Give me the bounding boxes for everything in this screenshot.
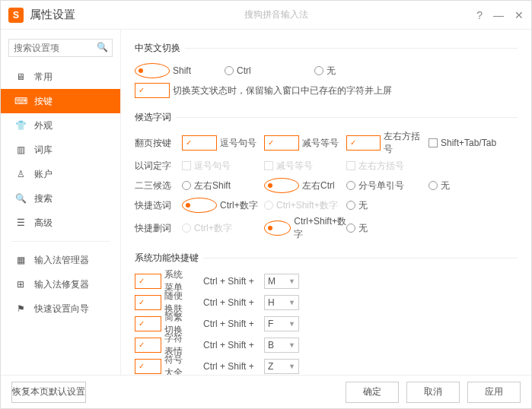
radio-qsel-ctrl-num[interactable]: Ctrl+数字 — [182, 198, 264, 213]
radio-qdel-ctrl-shift-num[interactable]: Ctrl+Shift+数字 — [264, 215, 346, 241]
radio-lr-ctrl[interactable]: 左右Ctrl — [264, 178, 346, 193]
search-icon[interactable]: 🔍 — [97, 42, 108, 52]
select-symbols-key[interactable]: Z▼ — [264, 359, 299, 374]
sliders-icon: ☰ — [14, 217, 27, 228]
label-quick-select: 快捷选词 — [135, 199, 174, 212]
close-icon[interactable]: ✕ — [514, 9, 524, 21]
grid-icon: ▦ — [14, 255, 27, 265]
chevron-down-icon: ▼ — [288, 320, 295, 328]
check-keep-chars[interactable]: 切换英文状态时，保留输入窗口中已存在的字符并上屏 — [135, 83, 392, 98]
label-quick-delete: 快捷删词 — [135, 222, 174, 235]
sidebar-item-label: 搜索 — [34, 192, 53, 205]
help-icon[interactable]: ? — [476, 9, 483, 21]
section-en-cn: 中英文切换 — [135, 42, 518, 55]
sidebar-item-label: 高级 — [34, 217, 53, 230]
sidebar-item-label: 快速设置向导 — [34, 303, 89, 315]
sidebar-item-label: 账户 — [34, 168, 53, 181]
sidebar-item-label: 按键 — [34, 95, 53, 108]
section-shortcuts: 系统功能快捷键 — [135, 252, 518, 265]
radio-qdel-ctrl-num: Ctrl+数字 — [182, 215, 264, 241]
keyboard-icon: ⌨ — [14, 96, 27, 106]
sidebar-item-account[interactable]: ♙账户 — [1, 162, 120, 186]
flag-icon: ⚑ — [14, 303, 27, 314]
radio-ctrl[interactable]: Ctrl — [225, 65, 307, 76]
sidebar-item-common[interactable]: 🖥常用 — [1, 65, 120, 89]
sidebar-item-advanced[interactable]: ☰高级 — [1, 211, 120, 235]
ok-button[interactable]: 确定 — [346, 382, 399, 403]
select-sys-menu-key[interactable]: M▼ — [264, 274, 299, 289]
window-title: 属性设置 — [30, 8, 75, 22]
select-skin-key[interactable]: H▼ — [264, 295, 299, 310]
chevron-down-icon: ▼ — [288, 299, 295, 306]
label-word-fix: 以词定字 — [135, 160, 174, 173]
sidebar-item-ime-manager[interactable]: ▦输入法管理器 — [1, 248, 120, 272]
radio-lr-shift[interactable]: 左右Shift — [182, 178, 264, 193]
sidebar-item-label: 外观 — [34, 119, 53, 132]
sidebar-item-ime-repair[interactable]: ⊞输入法修复器 — [1, 272, 120, 296]
radio-two3-none[interactable]: 无 — [428, 178, 511, 193]
book-icon: ▥ — [14, 144, 27, 155]
minimize-icon[interactable]: — — [493, 9, 504, 21]
select-char-emoji-key[interactable]: B▼ — [264, 338, 299, 353]
sidebar-item-label: 词库 — [34, 144, 53, 157]
radio-qsel-ctrl-shift-num: Ctrl+Shift+数字 — [264, 198, 346, 213]
radio-qdel-none[interactable]: 无 — [346, 215, 428, 241]
radio-qsel-none[interactable]: 无 — [346, 198, 428, 213]
radio-semi-quote[interactable]: 分号单引号 — [346, 178, 428, 193]
check-symbols[interactable]: 符号大全 — [135, 354, 190, 375]
magnifier-icon: 🔍 — [14, 193, 27, 204]
sidebar-item-label: 常用 — [34, 71, 53, 84]
check-minus-equal[interactable]: 减号等号 — [264, 130, 346, 156]
sidebar-item-quick-setup[interactable]: ⚑快速设置向导 — [1, 296, 120, 321]
user-icon: ♙ — [14, 169, 27, 179]
label-two-three: 二三候选 — [135, 179, 174, 192]
radio-none[interactable]: 无 — [314, 65, 397, 78]
cancel-button[interactable]: 取消 — [406, 382, 460, 403]
check-shift-tab[interactable]: Shift+Tab/Tab — [428, 130, 520, 156]
chevron-down-icon: ▼ — [288, 277, 295, 285]
sidebar-item-search[interactable]: 🔍搜索 — [1, 186, 120, 211]
sidebar-item-keys[interactable]: ⌨按键 — [1, 89, 120, 113]
radio-shift[interactable]: Shift — [135, 63, 217, 78]
check-word-brackets: 左右方括号 — [346, 160, 428, 173]
chevron-down-icon: ▼ — [288, 341, 295, 349]
restore-defaults-button[interactable]: 恢复本页默认设置 — [11, 382, 86, 403]
sidebar-item-appearance[interactable]: 👕外观 — [1, 113, 120, 138]
label-page-keys: 翻页按键 — [135, 137, 174, 150]
wrench-icon: ⊞ — [14, 279, 27, 290]
apply-button[interactable]: 应用 — [467, 382, 521, 403]
window-subtitle: 搜狗拼音输入法 — [75, 8, 476, 21]
section-candidate: 候选字词 — [135, 111, 518, 124]
shirt-icon: 👕 — [14, 120, 27, 131]
chevron-down-icon: ▼ — [288, 363, 295, 370]
sidebar-item-label: 输入法修复器 — [34, 278, 89, 291]
check-comma-period[interactable]: 逗号句号 — [182, 130, 264, 156]
sidebar-item-label: 输入法管理器 — [34, 254, 89, 267]
select-simp-trad-key[interactable]: F▼ — [264, 316, 299, 331]
check-brackets[interactable]: 左右方括号 — [346, 130, 428, 156]
check-word-minus: 减号等号 — [264, 160, 346, 173]
sidebar-item-dict[interactable]: ▥词库 — [1, 138, 120, 162]
monitor-icon: 🖥 — [14, 71, 27, 82]
app-logo: S — [8, 8, 24, 23]
check-word-comma: 逗号句号 — [182, 160, 264, 173]
